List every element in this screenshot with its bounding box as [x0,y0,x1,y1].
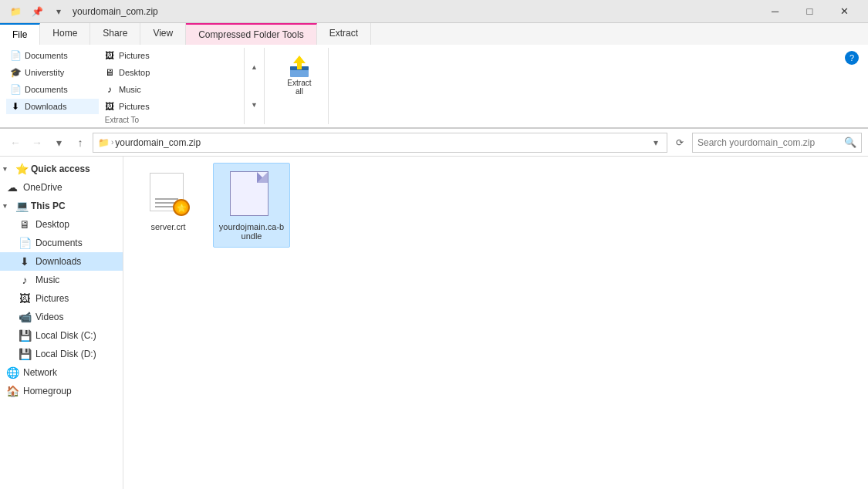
local-disk-c-icon: 💾 [19,329,31,342]
homegroup-label: Homegroup [23,386,72,396]
extract-to-group-label: Extract To [6,116,238,124]
network-label: Network [23,367,57,378]
tab-home[interactable]: Home [40,23,90,45]
pinned-desktop[interactable]: 🖥 Desktop [100,65,193,80]
documents-icon: 📄 [9,49,22,62]
generic-file-icon [230,171,273,218]
qa-dropdown[interactable]: ▾ [49,2,68,21]
compressed-tools-label: Compressed Folder Tools [198,29,304,40]
pinned-downloads-label: Downloads [25,102,66,111]
help-button[interactable]: ? [845,51,859,65]
sidebar: ▾ ⭐ Quick access ☁ OneDrive ▾ 💻 This PC … [0,157,123,489]
sidebar-item-documents[interactable]: 📄 Documents [0,234,123,252]
videos-label: Videos [35,312,63,322]
sidebar-item-local-c[interactable]: 💾 Local Disk (C:) [0,326,123,345]
ca-bundle-icon-area [227,170,276,219]
sidebar-item-downloads[interactable]: ⬇ Downloads [0,252,123,271]
university-icon: 🎓 [9,66,22,79]
search-icon: 🔍 [844,137,856,148]
sidebar-item-homegroup[interactable]: 🏠 Homegroup [0,382,123,400]
pinned-downloads[interactable]: ⬇ Downloads [6,99,99,114]
server-crt-icon-area: ⭐ [144,170,193,219]
quick-access-icon: ⭐ [15,163,28,175]
local-disk-d-label: Local Disk (D:) [35,349,96,359]
extract-all-label: Extractall [287,79,311,96]
downloads-icon: ⬇ [9,100,22,113]
recent-locations-button[interactable]: ▾ [49,133,68,152]
address-dropdown-button[interactable]: ▾ [650,137,662,148]
pinned-desktop-label: Desktop [119,68,150,77]
nav-bar: ← → ▾ ↑ 📁 › yourdomain_com.zip ▾ ⟳ 🔍 [0,129,868,157]
pinned-pictures[interactable]: 🖼 Pictures [100,48,193,63]
pictures-label: Pictures [35,293,69,304]
close-button[interactable]: ✕ [827,0,862,23]
pinned-pictures2[interactable]: 🖼 Pictures [100,99,193,114]
minimize-button[interactable]: ─ [758,0,792,23]
cert-line-1 [155,198,178,200]
tab-extract[interactable]: Extract [317,23,371,45]
certificate-icon: ⭐ [147,173,190,216]
pinned-university[interactable]: 🎓 Universtity [6,65,99,80]
scroll-up-arrow[interactable]: ▲ [251,63,258,71]
sidebar-item-onedrive[interactable]: ☁ OneDrive [0,178,123,197]
file-grid: ⭐ server.crt yourdojmain.ca-bundle [130,163,862,248]
homegroup-icon: 🏠 [6,385,19,397]
local-disk-d-icon: 💾 [19,348,31,360]
qa-icon-2[interactable]: 📌 [28,2,46,21]
extract-all-button[interactable]: Extractall [280,51,319,99]
back-button[interactable]: ← [6,133,25,152]
sidebar-item-quick-access[interactable]: ▾ ⭐ Quick access [0,160,123,178]
sidebar-item-desktop[interactable]: 🖥 Desktop [0,215,123,234]
window-title: yourdomain_com.zip [73,6,158,17]
extract-all-icon [287,54,312,79]
address-bar[interactable]: 📁 › yourdomain_com.zip ▾ [93,133,667,153]
search-input[interactable] [697,137,844,148]
pinned-documents2-label: Documents [25,85,68,94]
extract-svg-icon [287,54,312,79]
pinned-university-label: Universtity [25,68,64,77]
file-item-server-crt[interactable]: ⭐ server.crt [130,163,207,248]
desktop-label: Desktop [35,219,69,230]
sidebar-item-local-d[interactable]: 💾 Local Disk (D:) [0,345,123,363]
pinned-documents[interactable]: 📄 Documents [6,48,99,63]
sidebar-item-videos[interactable]: 📹 Videos [0,308,123,326]
refresh-button[interactable]: ⟳ [670,133,689,152]
music-icon: ♪ [103,83,116,96]
sidebar-item-this-pc[interactable]: ▾ 💻 This PC [0,197,123,215]
extract-group-items: Extractall [280,51,319,121]
documents-label: Documents [35,238,83,248]
maximize-button[interactable]: □ [792,0,827,23]
qa-icon-1[interactable]: 📁 [6,2,25,21]
videos-folder-icon: 📹 [19,311,31,323]
address-folder-icon: 📁 [98,137,110,148]
quick-access-expand-icon: ▾ [3,165,12,173]
pinned-documents-label: Documents [25,51,68,60]
scroll-down-arrow[interactable]: ▼ [251,101,258,109]
sidebar-item-music[interactable]: ♪ Music [0,271,123,289]
tab-compressed-tools[interactable]: Compressed Folder Tools [186,23,317,45]
server-crt-label: server.crt [150,222,185,231]
pictures-icon: 🖼 [103,49,116,62]
onedrive-label: OneDrive [23,182,62,193]
tab-file[interactable]: File [0,23,40,45]
pinned-documents2[interactable]: 📄 Documents [6,82,99,97]
window-controls: ─ □ ✕ [758,0,862,23]
this-pc-expand-icon: ▾ [3,202,12,210]
search-box[interactable]: 🔍 [692,133,862,153]
pictures2-icon: 🖼 [103,100,116,113]
music-folder-icon: ♪ [19,274,31,286]
forward-button[interactable]: → [28,133,46,152]
sidebar-item-pictures[interactable]: 🖼 Pictures [0,289,123,308]
pinned-pictures2-label: Pictures [119,102,150,111]
downloads-label: Downloads [35,256,81,267]
address-path: 📁 › yourdomain_com.zip [98,137,650,148]
file-item-ca-bundle[interactable]: yourdojmain.ca-bundle [213,163,290,248]
ribbon-content: 📄 Documents 🖼 Pictures 🎓 Universtity 🖥 D… [0,45,868,128]
tab-share[interactable]: Share [90,23,140,45]
sidebar-item-network[interactable]: 🌐 Network [0,363,123,382]
title-bar: 📁 📌 ▾ yourdomain_com.zip ─ □ ✕ [0,0,868,23]
up-button[interactable]: ↑ [71,133,90,152]
tab-view[interactable]: View [140,23,186,45]
pinned-music[interactable]: ♪ Music [100,82,193,97]
ribbon: File Home Share View Compressed Folder T… [0,23,868,129]
